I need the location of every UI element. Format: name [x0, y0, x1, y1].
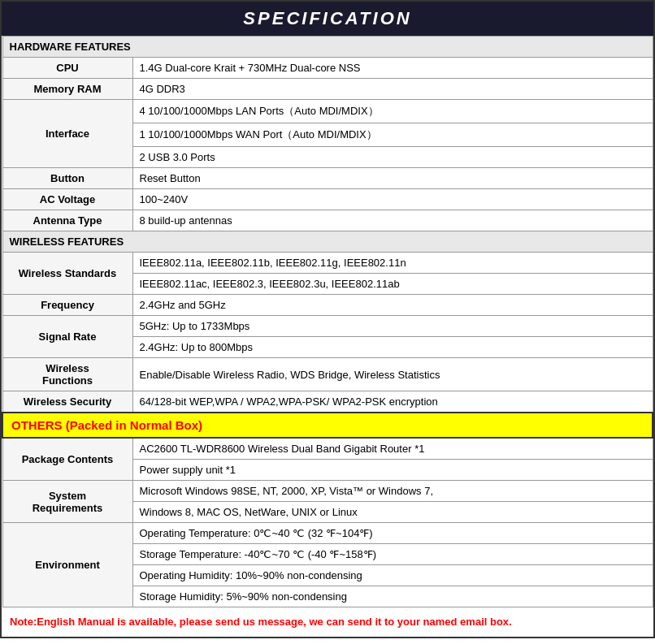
note-text: Note:English Manual is available, please… — [2, 607, 653, 637]
interface-value-3: 2 USB 3.0 Ports — [132, 147, 653, 168]
wireless-standards-row: Wireless Standards IEEE802.11a, IEEE802.… — [2, 253, 653, 274]
signal-rate-value-2: 2.4GHz: Up to 800Mbps — [132, 337, 653, 358]
system-requirements-value-1: Microsoft Windows 98SE, NT, 2000, XP, Vi… — [132, 481, 653, 502]
environment-value-3: Operating Humidity: 10%~90% non-condensi… — [132, 565, 653, 586]
wireless-functions-label: Wireless Functions — [2, 358, 132, 391]
signal-rate-row: Signal Rate 5GHz: Up to 1733Mbps — [2, 316, 653, 337]
ac-voltage-label: AC Voltage — [2, 189, 132, 210]
page-title: SPECIFICATION — [2, 8, 653, 29]
frequency-value: 2.4GHz and 5GHz — [132, 295, 653, 316]
antenna-type-label: Antenna Type — [2, 210, 132, 231]
package-contents-row: Package Contents AC2600 TL-WDR8600 Wirel… — [2, 438, 653, 460]
environment-value-4: Storage Humidity: 5%~90% non-condensing — [132, 586, 653, 607]
spec-container: SPECIFICATION HARDWARE FEATURES CPU 1.4G… — [0, 0, 655, 638]
button-row: Button Reset Button — [2, 168, 653, 189]
frequency-row: Frequency 2.4GHz and 5GHz — [2, 295, 653, 316]
wireless-standards-value-1: IEEE802.11a, IEEE802.11b, IEEE802.11g, I… — [132, 253, 653, 274]
package-contents-label: Package Contents — [2, 438, 132, 481]
system-requirements-value-2: Windows 8, MAC OS, NetWare, UNIX or Linu… — [132, 502, 653, 523]
interface-value-1: 4 10/100/1000Mbps LAN Ports（Auto MDI/MDI… — [132, 100, 653, 123]
button-value: Reset Button — [132, 168, 653, 189]
memory-ram-label: Memory RAM — [2, 79, 132, 100]
wireless-functions-row: Wireless Functions Enable/Disable Wirele… — [2, 358, 653, 391]
ac-voltage-value: 100~240V — [132, 189, 653, 210]
memory-ram-value: 4G DDR3 — [132, 79, 653, 100]
wireless-header-label: WIRELESS FEATURES — [2, 231, 653, 253]
interface-value-2: 1 10/100/1000Mbps WAN Port（Auto MDI/MDIX… — [132, 123, 653, 147]
environment-value-2: Storage Temperature: -40℃~70 ℃ (-40 ℉~15… — [132, 544, 653, 565]
wireless-functions-value: Enable/Disable Wireless Radio, WDS Bridg… — [132, 358, 653, 391]
wireless-standards-label: Wireless Standards — [2, 253, 132, 295]
system-requirements-row: System Requirements Microsoft Windows 98… — [2, 481, 653, 502]
system-requirements-label: System Requirements — [2, 481, 132, 523]
wireless-security-label: Wireless Security — [2, 391, 132, 413]
title-bar: SPECIFICATION — [2, 2, 653, 36]
cpu-value: 1.4G Dual-core Krait + 730MHz Dual-core … — [132, 58, 653, 79]
memory-ram-row: Memory RAM 4G DDR3 — [2, 79, 653, 100]
signal-rate-label: Signal Rate — [2, 316, 132, 358]
frequency-label: Frequency — [2, 295, 132, 316]
ac-voltage-row: AC Voltage 100~240V — [2, 189, 653, 210]
wireless-standards-value-2: IEEE802.11ac, IEEE802.3, IEEE802.3u, IEE… — [132, 274, 653, 295]
others-label: OTHERS (Packed in Normal Box) — [2, 413, 653, 438]
wireless-header-row: WIRELESS FEATURES — [2, 231, 653, 253]
spec-table: HARDWARE FEATURES CPU 1.4G Dual-core Kra… — [2, 36, 653, 607]
cpu-label: CPU — [2, 58, 132, 79]
signal-rate-value-1: 5GHz: Up to 1733Mbps — [132, 316, 653, 337]
interface-row: Interface 4 10/100/1000Mbps LAN Ports（Au… — [2, 100, 653, 123]
environment-label: Environment — [2, 523, 132, 607]
antenna-type-value: 8 build-up antennas — [132, 210, 653, 231]
button-label: Button — [2, 168, 132, 189]
wireless-security-row: Wireless Security 64/128-bit WEP,WPA / W… — [2, 391, 653, 413]
hardware-header-row: HARDWARE FEATURES — [2, 37, 653, 58]
interface-label: Interface — [2, 100, 132, 168]
environment-value-1: Operating Temperature: 0℃~40 ℃ (32 ℉~104… — [132, 523, 653, 544]
environment-row: Environment Operating Temperature: 0℃~40… — [2, 523, 653, 544]
antenna-type-row: Antenna Type 8 build-up antennas — [2, 210, 653, 231]
package-contents-value-2: Power supply unit *1 — [132, 460, 653, 481]
package-contents-value-1: AC2600 TL-WDR8600 Wireless Dual Band Gig… — [132, 438, 653, 460]
wireless-security-value: 64/128-bit WEP,WPA / WPA2,WPA-PSK/ WPA2-… — [132, 391, 653, 413]
hardware-header-label: HARDWARE FEATURES — [2, 37, 653, 58]
others-row: OTHERS (Packed in Normal Box) — [2, 413, 653, 438]
cpu-row: CPU 1.4G Dual-core Krait + 730MHz Dual-c… — [2, 58, 653, 79]
